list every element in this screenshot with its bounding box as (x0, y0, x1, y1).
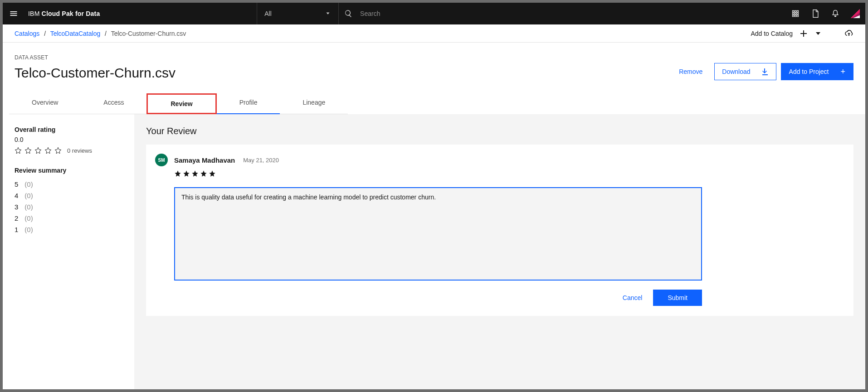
star-filled-icon (209, 170, 216, 177)
tab-profile[interactable]: Profile (217, 93, 280, 114)
star-filled-icon (174, 170, 181, 177)
reviewer-name: Samaya Madhavan (174, 156, 235, 164)
apps-icon (791, 9, 800, 18)
review-sidebar: Overall rating 0.0 0 reviews Review summ… (3, 114, 134, 389)
search-input[interactable] (360, 10, 623, 17)
submit-button[interactable]: Submit (653, 290, 702, 306)
breadcrumb-sep: / (41, 30, 49, 37)
review-textarea[interactable] (174, 187, 702, 281)
your-review-heading: Your Review (146, 126, 853, 136)
asset-actions: Remove Download Add to Project + (672, 63, 853, 81)
summary-row-4: 4(0) (15, 190, 122, 201)
document-button[interactable] (805, 3, 825, 24)
document-icon (811, 9, 820, 18)
menu-button[interactable] (3, 9, 24, 18)
add-to-catalog-label: Add to Catalog (751, 30, 793, 37)
star-outline-icon (34, 147, 42, 154)
review-summary-label: Review summary (15, 167, 122, 174)
tab-access[interactable]: Access (81, 93, 146, 114)
overall-rating-label: Overall rating (15, 126, 122, 133)
search-container (338, 3, 629, 24)
page-title: Telco-Customer-Churn.csv (15, 65, 672, 81)
summary-row-1: 1(0) (15, 224, 122, 235)
download-label: Download (722, 68, 750, 75)
star-outline-icon (24, 147, 32, 154)
breadcrumb-current: Telco-Customer-Churn.csv (111, 30, 186, 37)
apps-button[interactable] (785, 3, 805, 24)
tab-lineage[interactable]: Lineage (280, 93, 348, 114)
topbar-icons (785, 3, 865, 24)
summary-row-3: 3(0) (15, 201, 122, 213)
breadcrumb-sep: / (102, 30, 109, 37)
scope-label: All (264, 10, 272, 17)
app-frame: IBM Cloud Pak for Data All (3, 3, 865, 389)
chevron-down-icon (325, 10, 331, 17)
reviews-count: 0 reviews (67, 147, 92, 154)
overall-rating-stars: 0 reviews (15, 147, 122, 154)
remove-button[interactable]: Remove (672, 63, 710, 81)
star-outline-icon (44, 147, 52, 154)
asset-kicker: DATA ASSET (15, 54, 672, 61)
summary-row-2: 2(0) (15, 213, 122, 224)
cancel-button[interactable]: Cancel (612, 290, 653, 306)
breadcrumb-catalog-name[interactable]: TelcoDataCatalog (50, 30, 101, 37)
star-filled-icon (200, 170, 207, 177)
logo-button[interactable] (845, 3, 865, 24)
tab-review[interactable]: Review (146, 93, 216, 114)
hamburger-icon (9, 9, 18, 18)
cloud-upload-icon[interactable] (844, 29, 853, 38)
review-rating-stars[interactable] (174, 170, 844, 177)
review-date: May 21, 2020 (243, 157, 279, 164)
brand: IBM Cloud Pak for Data (24, 10, 100, 17)
tab-overview[interactable]: Overview (9, 93, 81, 114)
overall-rating-value: 0.0 (15, 136, 122, 143)
star-outline-icon (15, 147, 22, 154)
plus-icon[interactable] (800, 30, 807, 37)
search-icon (344, 9, 353, 18)
star-filled-icon (183, 170, 190, 177)
notifications-button[interactable] (825, 3, 845, 24)
breadcrumb-catalogs[interactable]: Catalogs (15, 30, 39, 37)
cpd-logo-icon (851, 9, 860, 18)
bell-icon (831, 9, 840, 18)
download-icon (761, 68, 769, 75)
brand-strong: Cloud Pak for Data (42, 10, 100, 17)
summary-row-5: 5(0) (15, 179, 122, 190)
chevron-down-icon[interactable] (814, 30, 822, 37)
download-button[interactable]: Download (714, 63, 776, 80)
breadcrumb: Catalogs / TelcoDataCatalog / Telco-Cust… (15, 30, 186, 37)
subheader: Catalogs / TelcoDataCatalog / Telco-Cust… (3, 24, 865, 43)
add-to-project-button[interactable]: Add to Project + (781, 63, 853, 80)
tabs: Overview Access Review Profile Lineage (3, 93, 865, 114)
avatar: SM (155, 154, 168, 166)
review-actions: Cancel Submit (155, 290, 702, 306)
content: Overall rating 0.0 0 reviews Review summ… (3, 114, 865, 389)
add-to-project-label: Add to Project (789, 68, 829, 75)
main-panel: Your Review SM Samaya Madhavan May 21, 2… (134, 114, 865, 389)
add-to-catalog-group: Add to Catalog (751, 29, 853, 38)
star-filled-icon (191, 170, 199, 177)
scope-selector[interactable]: All (257, 3, 338, 24)
topbar: IBM Cloud Pak for Data All (3, 3, 865, 24)
asset-header: DATA ASSET Telco-Customer-Churn.csv Remo… (3, 43, 865, 81)
brand-prefix: IBM (28, 10, 42, 17)
review-card: SM Samaya Madhavan May 21, 2020 Cancel S… (146, 145, 853, 316)
review-header: SM Samaya Madhavan May 21, 2020 (155, 154, 844, 166)
star-outline-icon (54, 147, 62, 154)
